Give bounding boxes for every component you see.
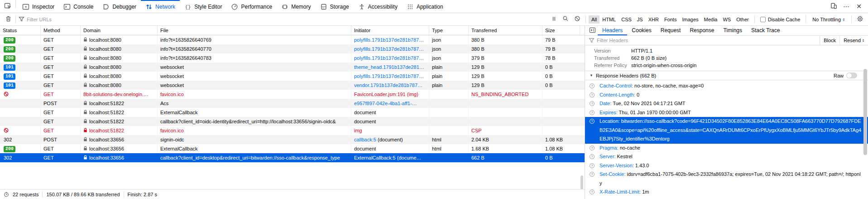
- table-row[interactable]: 200GETlocalhost:8080info?t=1635826640783…: [0, 53, 585, 63]
- table-row[interactable]: GETlocalhost:51822ExternalCallbackdocume…: [0, 108, 585, 117]
- help-icon[interactable]: ?: [590, 154, 595, 159]
- initiator-link[interactable]: polyfills.1791b137de281b787…: [354, 55, 424, 61]
- header-name[interactable]: Pragma:: [599, 145, 619, 150]
- table-row[interactable]: 302POSTlocalhost:33656signin-oidccallbac…: [0, 135, 585, 144]
- details-tab-cookies[interactable]: Cookies: [627, 26, 656, 35]
- initiator-link[interactable]: FaviconLoader.jsm:191: [354, 92, 406, 97]
- column-header-status[interactable]: Status: [0, 26, 41, 35]
- tab-accessibility[interactable]: Accessibility: [354, 0, 402, 13]
- header-row[interactable]: ?Date: Tue, 02 Nov 2021 04:17:21 GMT: [585, 99, 868, 108]
- column-header-initiator[interactable]: Initiator: [351, 26, 429, 35]
- table-row[interactable]: 101GETlocalhost:8080websocketvendor.1791…: [0, 81, 585, 90]
- table-row[interactable]: 101GETlocalhost:8080websocketpolyfills.1…: [0, 72, 585, 81]
- details-tab-timings[interactable]: Timings: [719, 26, 747, 35]
- column-header-transferred[interactable]: Transferred: [469, 26, 542, 35]
- header-name[interactable]: Expires:: [599, 110, 618, 115]
- type-filter-media[interactable]: Media: [701, 15, 720, 24]
- column-header-domain[interactable]: Domain: [81, 26, 158, 35]
- tab-style-editor[interactable]: {}Style Editor: [180, 0, 226, 13]
- details-tab-response[interactable]: Response: [685, 26, 719, 35]
- type-filter-xhr[interactable]: XHR: [646, 15, 662, 24]
- table-row[interactable]: POSTlocalhost:51822Acse957f897-042e-4ba1…: [0, 99, 585, 108]
- tab-console[interactable]: Console: [59, 0, 98, 13]
- help-icon[interactable]: ?: [590, 146, 595, 150]
- block-url-button[interactable]: Block: [820, 36, 839, 45]
- type-filter-ws[interactable]: WS: [720, 15, 734, 24]
- pause-recording-button[interactable]: [548, 15, 559, 24]
- initiator-link[interactable]: polyfills.1791b137de281b787…: [354, 73, 424, 79]
- tab-storage[interactable]: Storage: [316, 0, 354, 13]
- help-icon[interactable]: ?: [590, 101, 595, 106]
- initiator-link[interactable]: polyfills.1791b137de281b787…: [354, 46, 424, 52]
- column-header-size[interactable]: Size: [542, 26, 580, 35]
- tab-performance[interactable]: Performance: [226, 0, 277, 13]
- meatball-menu-button[interactable]: ⋯: [840, 3, 853, 10]
- header-row[interactable]: ?Server: Kestrel: [585, 152, 868, 161]
- column-header-method[interactable]: Method: [41, 26, 81, 35]
- header-name[interactable]: Cache-Control:: [599, 83, 633, 88]
- table-row[interactable]: GETlocalhost:51822callback?client_id=oid…: [0, 117, 585, 126]
- filter-urls-input[interactable]: [27, 17, 144, 22]
- help-icon[interactable]: ?: [590, 83, 595, 88]
- initiator-link[interactable]: theme_head.1791b137de281…: [354, 64, 424, 70]
- raw-toggle[interactable]: [846, 73, 857, 78]
- header-row[interactable]: ?Set-Cookie: idsrv=adf6cba1-7075-402b-9e…: [585, 170, 868, 188]
- type-filter-images[interactable]: Images: [679, 15, 701, 24]
- table-row[interactable]: 302GETlocalhost:33656callback?client_id=…: [0, 153, 585, 162]
- table-row[interactable]: GET8bit-solutions-dev.onelogin.…favicon.…: [0, 90, 585, 99]
- help-icon[interactable]: ?: [590, 119, 595, 124]
- filter-headers-input[interactable]: [597, 38, 820, 43]
- disable-cache-toggle[interactable]: Disable Cache: [758, 17, 803, 22]
- table-row[interactable]: 200GETlocalhost:8080info?t=1635826640769…: [0, 35, 585, 44]
- table-row[interactable]: 200GETlocalhost:8080info?t=1635826640770…: [0, 44, 585, 53]
- response-headers-section[interactable]: ▼ Response Headers (662 B) Raw: [585, 71, 868, 80]
- resend-button[interactable]: Resend ▲▼: [839, 36, 868, 45]
- collapse-details-button[interactable]: [587, 26, 598, 35]
- header-row[interactable]: ?Cache-Control: no-store, no-cache, max-…: [585, 82, 868, 91]
- block-requests-button[interactable]: [572, 15, 583, 24]
- tab-inspector[interactable]: Inspector: [18, 0, 59, 13]
- help-icon[interactable]: ?: [590, 92, 595, 97]
- table-row[interactable]: 200GETlocalhost:33656ExternalCallbackdoc…: [0, 144, 585, 153]
- header-name[interactable]: Content-Length:: [599, 92, 635, 97]
- header-name[interactable]: Server-Version:: [599, 163, 634, 168]
- table-row[interactable]: GETlocalhost:51822favicon.icoimgCSP: [0, 126, 585, 135]
- header-name[interactable]: Location:: [599, 118, 620, 124]
- type-filter-fonts[interactable]: Fonts: [662, 15, 680, 24]
- help-icon[interactable]: ?: [590, 189, 595, 194]
- header-row[interactable]: ?Expires: Thu, 01 Jan 1970 00:00:00 GMT: [585, 108, 868, 117]
- type-filter-all[interactable]: All: [589, 15, 599, 24]
- details-tab-headers[interactable]: Headers: [598, 26, 627, 35]
- search-button[interactable]: [560, 15, 571, 24]
- initiator-link[interactable]: callback:5: [354, 137, 376, 142]
- header-name[interactable]: Server:: [599, 154, 615, 159]
- column-header-type[interactable]: Type: [429, 26, 469, 35]
- header-row[interactable]: ?Content-Length: 0: [585, 91, 868, 100]
- type-filter-html[interactable]: HTML: [599, 15, 619, 24]
- responsive-design-mode-button[interactable]: [827, 2, 840, 10]
- header-row[interactable]: ?Server-Version: 1.43.0: [585, 161, 868, 170]
- initiator-link[interactable]: polyfills.1791b137de281b787…: [354, 37, 424, 43]
- details-tab-request[interactable]: Request: [656, 26, 686, 35]
- column-header-file[interactable]: File: [158, 26, 351, 35]
- details-scrollbar[interactable]: [863, 69, 867, 155]
- clear-requests-button[interactable]: [3, 15, 14, 24]
- type-filter-js[interactable]: JS: [634, 15, 646, 24]
- network-settings-button[interactable]: [854, 15, 865, 24]
- help-icon[interactable]: ?: [590, 172, 595, 177]
- details-tab-stack-trace[interactable]: Stack Trace: [747, 26, 784, 35]
- header-name[interactable]: X-Rate-Limit-Limit:: [599, 189, 641, 194]
- help-icon[interactable]: ?: [590, 110, 595, 115]
- tab-memory[interactable]: Memory: [277, 0, 315, 13]
- header-row[interactable]: ?Pragma: no-cache: [585, 144, 868, 153]
- type-filter-other[interactable]: Other: [734, 15, 752, 24]
- type-filter-css[interactable]: CSS: [619, 15, 634, 24]
- tab-network[interactable]: Network: [141, 0, 180, 13]
- initiator-link[interactable]: ExternalCallback:5: [354, 155, 396, 160]
- table-row[interactable]: 101GETlocalhost:8080websockettheme_head.…: [0, 63, 585, 72]
- tab-application[interactable]: Application: [402, 0, 448, 13]
- header-row[interactable]: ?Location: bitwarden://sso-callback?code…: [585, 117, 868, 144]
- help-icon[interactable]: ?: [590, 163, 595, 168]
- header-name[interactable]: Set-Cookie:: [599, 171, 625, 177]
- header-row[interactable]: ?X-Rate-Limit-Limit: 1m: [585, 188, 868, 197]
